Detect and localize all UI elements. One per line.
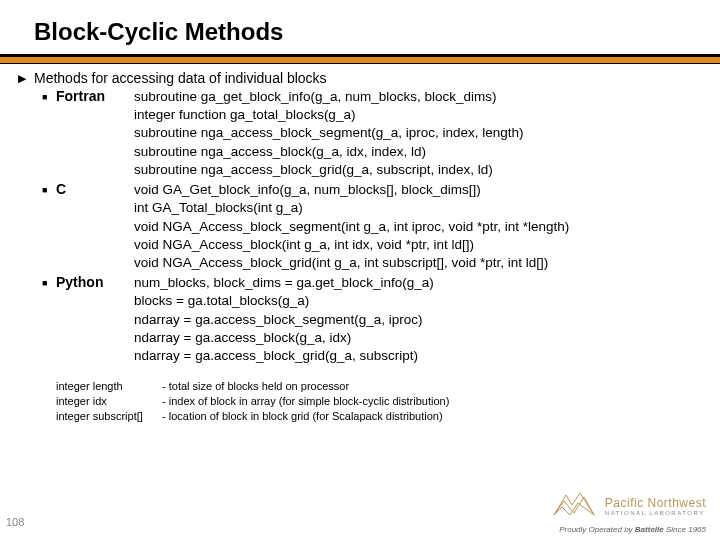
heading-row: ▶ Methods for accessing data of individu… — [18, 70, 710, 86]
pnnl-logo-icon — [552, 489, 596, 523]
api-line: ndarray = ga.access_block_grid(g_a, subs… — [134, 347, 434, 365]
lang-label: Python — [56, 274, 134, 290]
tagline-suffix: Since 1965 — [664, 525, 706, 534]
api-line: subroutine nga_access_block_segment(g_a,… — [134, 124, 524, 142]
title-band: Block-Cyclic Methods — [0, 0, 720, 54]
api-line: void GA_Get_block_info(g_a, num_blocks[]… — [134, 181, 569, 199]
api-line: num_blocks, block_dims = ga.get_block_in… — [134, 274, 434, 292]
api-line: void NGA_Access_block_grid(int g_a, int … — [134, 254, 569, 272]
note-term: integer idx — [56, 394, 158, 409]
tagline-brand: Battelle — [635, 525, 664, 534]
lang-label: C — [56, 181, 134, 197]
content-area: ▶ Methods for accessing data of individu… — [0, 64, 720, 424]
api-line: subroutine ga_get_block_info(g_a, num_bl… — [134, 88, 524, 106]
square-bullet-icon: ■ — [42, 278, 56, 288]
note-desc: - location of block in block grid (for S… — [162, 409, 710, 424]
heading-text: Methods for accessing data of individual… — [34, 70, 327, 86]
page-number: 108 — [6, 516, 24, 528]
api-line: subroutine nga_access_block_grid(g_a, su… — [134, 161, 524, 179]
notes-grid: integer length - total size of blocks he… — [56, 379, 710, 424]
api-line: integer function ga_total_blocks(g_a) — [134, 106, 524, 124]
triangle-bullet-icon: ▶ — [18, 72, 26, 85]
note-term: integer length — [56, 379, 158, 394]
api-list: void GA_Get_block_info(g_a, num_blocks[]… — [134, 181, 569, 272]
square-bullet-icon: ■ — [42, 92, 56, 102]
footer: 108 Pacific Northwest NATIONAL LABORATOR… — [0, 490, 720, 540]
section-fortran: ■ Fortran subroutine ga_get_block_info(g… — [42, 88, 710, 179]
api-line: void NGA_Access_block_segment(int g_a, i… — [134, 218, 569, 236]
note-desc: - total size of blocks held on processor — [162, 379, 710, 394]
section-c: ■ C void GA_Get_block_info(g_a, num_bloc… — [42, 181, 710, 272]
api-line: void NGA_Access_block(int g_a, int idx, … — [134, 236, 569, 254]
logo-block: Pacific Northwest NATIONAL LABORATORY Pr… — [552, 489, 706, 534]
api-line: ndarray = ga.access_block_segment(g_a, i… — [134, 311, 434, 329]
logo-line1: Pacific Northwest — [605, 496, 706, 510]
api-line: subroutine nga_access_block(g_a, idx, in… — [134, 143, 524, 161]
api-list: num_blocks, block_dims = ga.get_block_in… — [134, 274, 434, 365]
note-desc: - index of block in array (for simple bl… — [162, 394, 710, 409]
api-line: int GA_Total_blocks(int g_a) — [134, 199, 569, 217]
api-list: subroutine ga_get_block_info(g_a, num_bl… — [134, 88, 524, 179]
api-line: blocks = ga.total_blocks(g_a) — [134, 292, 434, 310]
tagline: Proudly Operated by Battelle Since 1965 — [552, 525, 706, 534]
tagline-prefix: Proudly Operated by — [559, 525, 635, 534]
logo-line2: NATIONAL LABORATORY — [605, 510, 706, 516]
accent-band — [0, 54, 720, 64]
lang-label: Fortran — [56, 88, 134, 104]
logo-text: Pacific Northwest NATIONAL LABORATORY — [605, 496, 706, 516]
section-python: ■ Python num_blocks, block_dims = ga.get… — [42, 274, 710, 365]
slide-title: Block-Cyclic Methods — [34, 18, 720, 46]
square-bullet-icon: ■ — [42, 185, 56, 195]
note-term: integer subscript[] — [56, 409, 158, 424]
api-line: ndarray = ga.access_block(g_a, idx) — [134, 329, 434, 347]
